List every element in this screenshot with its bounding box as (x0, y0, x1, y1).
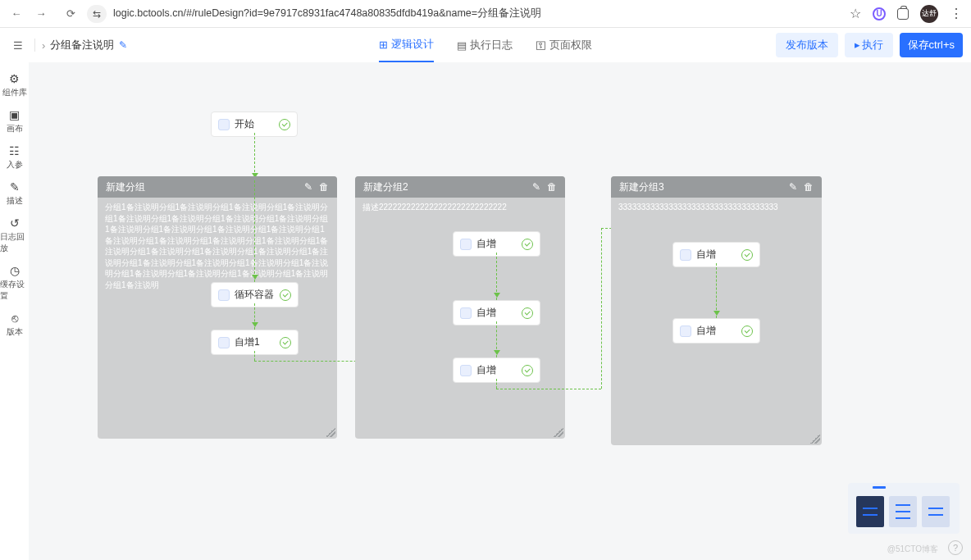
group-title: 新建分组 (106, 180, 298, 194)
group-header[interactable]: 新建分组3 ✎ 🗑 (611, 176, 822, 198)
node-type-icon (460, 365, 472, 376)
reload-button[interactable]: ⟳ (62, 6, 79, 22)
node-label: 循环容器 (235, 288, 275, 302)
connector (254, 303, 255, 330)
desc-icon: ✎ (10, 180, 20, 193)
edit-icon[interactable]: ✎ (789, 181, 797, 193)
back-button[interactable]: ← (8, 6, 25, 22)
divider (34, 39, 35, 52)
group-1[interactable]: 新建分组 ✎ 🗑 分组1备注说明分组1备注说明分组1备注说明分组1备注说明分组1… (98, 176, 337, 439)
connector (601, 228, 602, 389)
sidebar-item-version[interactable]: ⎋版本 (0, 312, 29, 338)
connector (496, 321, 497, 357)
forward-button[interactable]: → (33, 6, 49, 22)
node-label: 自增 (696, 248, 736, 262)
minimap-group-2 (889, 496, 917, 527)
sidebar-item-desc[interactable]: ✎描述 (0, 180, 29, 207)
connector (496, 379, 497, 389)
profile-avatar[interactable]: 达舒 (920, 5, 938, 23)
cache-icon: ◷ (10, 264, 20, 277)
browser-chrome: ← → ⟳ ⇆ logic.bctools.cn/#/ruleDesign?id… (0, 0, 971, 28)
check-icon (741, 249, 753, 261)
sidebar-item-canvas[interactable]: ▣画布 (0, 108, 29, 134)
browser-menu-icon[interactable]: ⋮ (950, 6, 963, 21)
url-text: logic.bctools.cn/#/ruleDesign?id=9e7917c… (113, 7, 541, 20)
connector (496, 389, 601, 389)
canvas-icon: ▣ (9, 108, 20, 121)
group-title: 新建分组2 (363, 180, 526, 194)
sidebar-label: 描述 (7, 195, 23, 207)
minimap[interactable] (848, 483, 960, 534)
watermark: @51CTO博客 (887, 544, 938, 555)
sidebar-item-params[interactable]: ☷入参 (0, 144, 29, 171)
canvas[interactable]: 开始 新建分组 ✎ 🗑 分组1备注说明分组1备注说明分组1备注说明分组1备注说明… (29, 62, 971, 560)
sidebar-item-cache[interactable]: ◷缓存设置 (0, 264, 29, 302)
tab-label: 页面权限 (549, 38, 592, 52)
node-label: 自增1 (235, 335, 275, 349)
bookmark-icon[interactable] (850, 6, 861, 21)
tab-exec-log[interactable]: ▤ 执行日志 (457, 28, 513, 62)
node-label: 自增 (696, 324, 736, 338)
check-icon (522, 365, 533, 376)
sidebar-label: 缓存设置 (0, 279, 29, 302)
trash-icon[interactable]: 🗑 (547, 181, 557, 193)
site-info-icon[interactable]: ⇆ (87, 5, 107, 23)
minimap-group-1 (856, 496, 884, 527)
extensions-icon[interactable] (897, 8, 909, 20)
sidebar-label: 日志回放 (0, 231, 29, 254)
increment-node-e[interactable]: 自增 (672, 318, 760, 344)
edit-icon[interactable]: ✎ (304, 181, 312, 193)
sidebar-label: 入参 (7, 159, 23, 171)
tab-label: 逻辑设计 (391, 37, 434, 52)
breadcrumb-chevron-icon: › (42, 39, 45, 52)
node-type-icon (218, 119, 230, 130)
resize-handle[interactable] (326, 427, 335, 437)
group-description: 描述2222222222222222222222222222 (355, 198, 565, 213)
edit-title-icon[interactable]: ✎ (119, 39, 127, 51)
group-header[interactable]: 新建分组2 ✎ 🗑 (355, 176, 565, 198)
check-icon (279, 119, 290, 130)
tab-permission[interactable]: ⚿ 页面权限 (536, 28, 592, 62)
check-icon (522, 307, 533, 319)
resize-handle[interactable] (554, 427, 563, 437)
sidebar-item-logreplay[interactable]: ↺日志回放 (0, 216, 29, 254)
help-icon[interactable]: ? (948, 540, 963, 555)
check-icon (741, 326, 753, 337)
check-icon (522, 239, 533, 250)
group-description: 分组1备注说明分组1备注说明分组1备注说明分组1备注说明分组1备注说明分组1备注… (98, 198, 337, 290)
sidebar-item-components[interactable]: ⚙组件库 (0, 72, 29, 98)
run-label: 执行 (862, 39, 883, 51)
sidebar-label: 画布 (7, 123, 23, 134)
params-icon: ☷ (9, 144, 20, 157)
check-icon (280, 337, 291, 348)
tab-logic-icon: ⊞ (379, 39, 388, 51)
sidebar-label: 组件库 (2, 87, 27, 98)
tab-logic-design[interactable]: ⊞ 逻辑设计 (379, 28, 434, 62)
address-bar[interactable]: ⇆ logic.bctools.cn/#/ruleDesign?id=9e791… (87, 5, 841, 23)
minimap-start (873, 486, 886, 489)
menu-toggle-icon[interactable]: ☰ (8, 35, 28, 55)
node-label: 开始 (235, 117, 274, 131)
tab-log-icon: ▤ (457, 39, 467, 52)
trash-icon[interactable]: 🗑 (804, 181, 814, 193)
connector (716, 263, 717, 318)
node-label: 自增 (476, 237, 517, 251)
edit-icon[interactable]: ✎ (532, 181, 540, 193)
replay-icon: ↺ (10, 216, 20, 230)
extension-badge[interactable]: U (873, 7, 886, 20)
connector (254, 180, 255, 282)
node-type-icon (218, 337, 230, 348)
connector (254, 133, 255, 180)
publish-button[interactable]: 发布版本 (776, 33, 838, 57)
node-type-icon (460, 239, 472, 250)
node-type-icon (680, 249, 691, 261)
version-icon: ⎋ (11, 312, 18, 325)
run-button[interactable]: 执行 (845, 33, 893, 57)
save-button[interactable]: 保存ctrl+s (900, 33, 963, 57)
resize-handle[interactable] (810, 434, 820, 444)
browser-actions: U 达舒 ⋮ (850, 5, 963, 23)
trash-icon[interactable]: 🗑 (319, 181, 329, 193)
group-header[interactable]: 新建分组 ✎ 🗑 (98, 176, 337, 198)
node-label: 自增 (476, 363, 517, 377)
app-header: ☰ › 分组备注说明 ✎ ⊞ 逻辑设计 ▤ 执行日志 ⚿ 页面权限 发布版本 执… (0, 28, 971, 62)
